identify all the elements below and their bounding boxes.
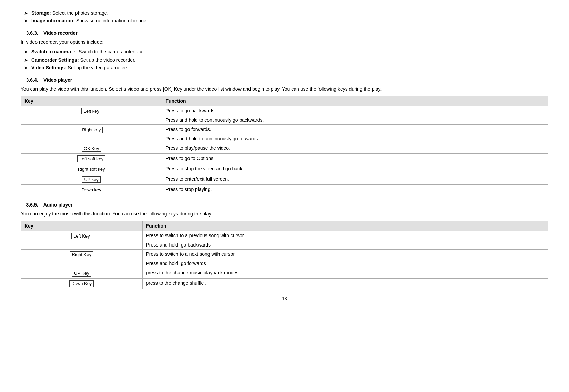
- function-cell: press to the change shuffle .: [142, 279, 548, 289]
- key-cell: Right soft key: [21, 164, 162, 174]
- table-row: Right soft key Press to stop the video a…: [21, 164, 548, 174]
- function-cell: Press and hold: go forwards: [142, 259, 548, 268]
- arrow-icon-4: ➤: [24, 58, 28, 63]
- key-cell: Right key: [21, 125, 162, 143]
- storage-text: Select the photos storage.: [52, 10, 109, 16]
- top-bullets: ➤ Storage: Select the photos storage. ➤ …: [21, 10, 548, 23]
- storage-label: Storage:: [31, 10, 51, 16]
- arrow-icon-2: ➤: [24, 18, 28, 23]
- bullet-video-settings: ➤ Video Settings: Set up the video param…: [21, 65, 548, 70]
- section-363-bullets: ➤ Switch to camera ： Switch to the camer…: [21, 49, 548, 70]
- table-row: Left soft key Press to go to Options.: [21, 154, 548, 164]
- function-cell: Press to go backwards.: [162, 106, 548, 115]
- key-cell: UP Key: [21, 268, 143, 279]
- function-cell: Press to switch to a previous song with …: [142, 231, 548, 240]
- key-cell: Left Key: [21, 231, 143, 250]
- key-cell: Left key: [21, 106, 162, 125]
- key-cell: OK Key: [21, 143, 162, 154]
- table-row: Down key Press to stop playing.: [21, 185, 548, 195]
- audio-table-header-function: Function: [142, 221, 548, 231]
- table-row: UP Key press to the change music playbac…: [21, 268, 548, 279]
- function-cell: press to the change music playback modes…: [142, 268, 548, 279]
- function-cell: Press and hold: go backwards: [142, 240, 548, 250]
- table-row: Left Key Press to switch to a previous s…: [21, 231, 548, 240]
- section-364-heading: 3.6.4. Video player: [21, 77, 548, 83]
- function-cell: Press to go to Options.: [162, 154, 548, 164]
- switch-camera-text: Switch to the camera interface.: [79, 49, 145, 54]
- video-settings-text: Set up the video parameters.: [68, 65, 130, 70]
- video-settings-label: Video Settings:: [31, 65, 67, 70]
- function-cell: Press to go forwards.: [162, 125, 548, 134]
- camcorder-label: Camcorder Settings:: [31, 57, 79, 63]
- table-row: OK Key Press to play/pause the video.: [21, 143, 548, 154]
- image-info-label: Image information:: [31, 18, 75, 23]
- section-364-intro: You can play the video with this functio…: [21, 86, 548, 92]
- arrow-icon-5: ➤: [24, 65, 28, 70]
- image-info-text: Show some information of image..: [76, 18, 149, 23]
- bullet-camcorder: ➤ Camcorder Settings: Set up the video r…: [21, 57, 548, 63]
- page-number: 13: [21, 296, 548, 301]
- section-363-heading: 3.6.3. Video recorder: [21, 30, 548, 36]
- key-cell: Down Key: [21, 279, 143, 289]
- bullet-image-info: ➤ Image information: Show some informati…: [21, 18, 548, 23]
- camcorder-text: Set up the video recorder.: [80, 57, 135, 63]
- key-cell: Right Key: [21, 250, 143, 268]
- audio-table-header-key: Key: [21, 221, 143, 231]
- switch-camera-label: Switch to camera: [31, 49, 71, 54]
- key-cell: Down key: [21, 185, 162, 195]
- video-player-table: Key Function Left key Press to go backwa…: [21, 96, 548, 195]
- function-cell: Press to stop the video and go back: [162, 164, 548, 174]
- function-cell: Press to enter/exit full screen.: [162, 174, 548, 185]
- table-row: Down Key press to the change shuffle .: [21, 279, 548, 289]
- video-table-header-function: Function: [162, 96, 548, 106]
- section-365-heading: 3.6.5. Audio player: [21, 202, 548, 208]
- key-cell: Left soft key: [21, 154, 162, 164]
- arrow-icon: ➤: [24, 11, 28, 16]
- video-table-header-key: Key: [21, 96, 162, 106]
- function-cell: Press to play/pause the video.: [162, 143, 548, 154]
- function-cell: Press and hold to continuously go backwa…: [162, 115, 548, 125]
- section-365-intro: You can enjoy the music with this functi…: [21, 211, 548, 217]
- switch-camera-sep: ：: [72, 49, 77, 54]
- bullet-switch-camera: ➤ Switch to camera ： Switch to the camer…: [21, 49, 548, 55]
- section-363-intro: In video recorder, your options include:: [21, 39, 548, 45]
- bullet-storage: ➤ Storage: Select the photos storage.: [21, 10, 548, 16]
- function-cell: Press to switch to a next song with curs…: [142, 250, 548, 259]
- arrow-icon-3: ➤: [24, 49, 28, 54]
- function-cell: Press to stop playing.: [162, 185, 548, 195]
- table-row: UP key Press to enter/exit full screen.: [21, 174, 548, 185]
- audio-player-table: Key Function Left Key Press to switch to…: [21, 221, 548, 289]
- table-row: Right key Press to go forwards.: [21, 125, 548, 134]
- key-cell: UP key: [21, 174, 162, 185]
- table-row: Left key Press to go backwards.: [21, 106, 548, 115]
- function-cell: Press and hold to continuously go forwar…: [162, 134, 548, 143]
- table-row: Right Key Press to switch to a next song…: [21, 250, 548, 259]
